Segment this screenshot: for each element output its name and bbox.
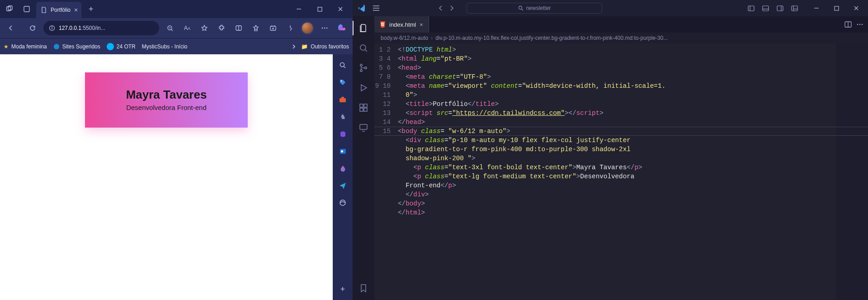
svg-point-23 [326,28,328,29]
maximize-button[interactable] [309,0,330,18]
svg-point-53 [360,64,362,66]
hero-subtitle: Desenvolvedora Front-end [90,104,243,111]
toolbox-icon[interactable] [336,93,349,106]
history-forward-icon[interactable] [448,5,455,11]
info-icon [49,25,55,31]
customize-layout-icon[interactable] [788,2,800,14]
svg-rect-44 [792,6,797,11]
search-placeholder: newsletter [526,5,551,11]
split-screen-icon[interactable] [231,20,247,36]
edge-window-controls [288,0,351,18]
edge-toolbar: 127.0.0.1:5500/in... AA [0,18,353,38]
svg-point-64 [857,24,859,25]
search-panel-icon[interactable] [357,42,370,54]
search-icon[interactable] [336,59,349,71]
bookmark-folder-outros[interactable]: 📁Outros favoritos [301,43,349,50]
svg-rect-40 [763,6,769,11]
zoom-out-icon[interactable] [162,20,178,36]
bookmark-sites[interactable]: Sites Sugeridos [53,43,100,50]
run-debug-icon[interactable] [357,81,370,94]
minimize-button[interactable] [288,0,309,18]
new-tab-button[interactable]: + [83,5,99,14]
collections-icon[interactable] [265,20,281,36]
svg-point-21 [322,28,323,29]
m365-icon[interactable] [336,128,349,140]
sidebar-add-button[interactable]: + [336,283,349,295]
shopping-tag-icon[interactable] [336,76,349,89]
maximize-button[interactable] [826,0,846,16]
svg-point-9 [52,27,52,27]
bookmark-mystic[interactable]: MysticSubs - Início [142,43,188,50]
svg-line-26 [344,67,346,68]
read-aloud-icon[interactable]: AA [179,20,195,36]
bookmark-otr[interactable]: 24 OTR [107,43,136,50]
svg-rect-57 [364,104,367,107]
svg-rect-56 [360,104,363,107]
tabs-overview-icon[interactable] [2,1,17,17]
workspaces-icon[interactable] [19,1,34,17]
layout-sidebar-left-icon[interactable] [745,2,757,14]
edge-titlebar: Portfólio × + [0,0,353,18]
extensions-icon[interactable] [213,20,230,36]
more-button[interactable] [316,20,333,36]
close-icon[interactable]: × [74,6,78,14]
explorer-icon[interactable] [357,22,370,34]
profile-avatar[interactable] [299,20,316,36]
games-icon[interactable]: ♞ [336,110,349,123]
svg-point-25 [340,63,344,67]
layout-sidebar-right-icon[interactable] [774,2,786,14]
send-icon[interactable] [336,179,349,192]
copilot-icon[interactable] [334,20,350,36]
drop-icon[interactable] [336,162,349,175]
edge-browser: Portfólio × + 127.0.0.1:5500/in... [0,0,353,300]
hero-title: Mayra Tavares [90,88,243,102]
refresh-button[interactable] [24,20,41,36]
bookmark-icon[interactable] [357,282,370,295]
more-actions-icon[interactable] [856,24,863,25]
bookmark-moda[interactable]: ★Moda feminina [4,43,47,50]
html5-icon [380,21,386,28]
browser-tab-active[interactable]: Portfólio × [36,2,81,18]
editor-tab-index[interactable]: index.html × [374,16,429,33]
svg-point-66 [862,24,863,25]
chevron-right-icon[interactable] [291,44,297,49]
breadcrumb[interactable]: body.w-6/12.m-auto › div.p-10.m-auto.my-… [374,33,868,43]
hamburger-menu-icon[interactable] [373,5,380,11]
code-area[interactable]: <!DOCTYPE html> <html lang="pt-BR"> <hea… [395,43,836,300]
close-window-button[interactable] [846,0,866,16]
extensions-panel-icon[interactable] [357,101,370,114]
layout-panel-bottom-icon[interactable] [760,2,771,14]
minimize-button[interactable] [807,0,826,16]
svg-rect-29 [341,97,344,98]
favorite-icon[interactable] [196,20,212,36]
svg-rect-42 [777,6,783,11]
address-rest: :5500/in... [81,25,105,31]
bookmark-label: Sites Sugeridos [62,43,100,50]
chevron-right-icon: › [431,35,433,41]
split-editor-icon[interactable] [844,21,852,28]
otr-icon [107,43,114,50]
source-control-icon[interactable] [357,62,370,74]
bookmarks-bar: ★Moda feminina Sites Sugeridos 24 OTR My… [0,38,353,54]
address-bar[interactable]: 127.0.0.1:5500/in... [43,21,159,35]
editor-tabs: index.html × [374,16,868,33]
bookmark-label: 24 OTR [117,43,136,50]
close-window-button[interactable] [330,0,351,18]
back-button[interactable] [3,20,19,36]
remote-icon[interactable] [357,121,370,134]
svg-rect-60 [360,124,367,129]
svg-rect-28 [340,98,346,102]
svg-point-27 [341,81,342,81]
svg-point-22 [324,28,326,29]
edge-circle-icon[interactable] [336,196,349,209]
command-center-search[interactable]: newsletter [467,3,602,14]
favorites-list-icon[interactable] [248,20,264,36]
svg-rect-58 [360,108,363,111]
minimap[interactable] [836,43,868,300]
vscode-titlebar: newsletter [353,0,868,16]
close-icon[interactable]: × [420,21,423,28]
history-back-icon[interactable] [438,5,444,11]
outlook-icon[interactable] [336,145,349,157]
browser-essentials-icon[interactable] [282,20,298,36]
code-editor[interactable]: 1 2 3 4 5 6 7 8 9 10 11 12 13 14 15 <!DO… [374,43,868,300]
